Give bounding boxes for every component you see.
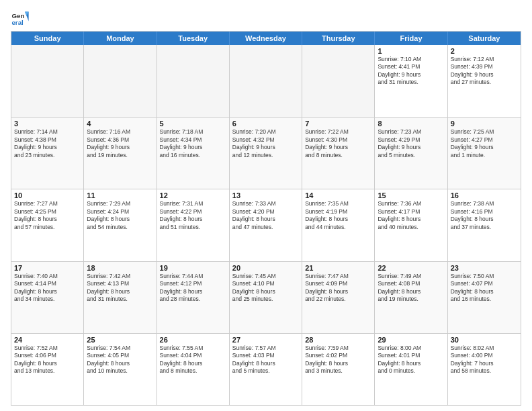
day-info: Sunrise: 7:36 AMSunset: 4:17 PMDaylight:… <box>378 200 444 231</box>
day-info: Sunrise: 7:35 AMSunset: 4:19 PMDaylight:… <box>305 200 371 231</box>
day-info: Sunrise: 7:31 AMSunset: 4:22 PMDaylight:… <box>160 200 226 231</box>
day-cell-30: 30Sunrise: 8:02 AMSunset: 4:00 PMDayligh… <box>448 334 521 405</box>
day-info: Sunrise: 7:50 AMSunset: 4:07 PMDaylight:… <box>451 273 518 304</box>
day-cell-3: 3Sunrise: 7:14 AMSunset: 4:38 PMDaylight… <box>11 118 84 189</box>
day-number: 5 <box>160 120 226 128</box>
day-cell-6: 6Sunrise: 7:20 AMSunset: 4:32 PMDaylight… <box>230 118 302 189</box>
day-number: 23 <box>451 264 518 272</box>
header-day-friday: Friday <box>375 32 447 45</box>
day-info: Sunrise: 7:52 AMSunset: 4:06 PMDaylight:… <box>14 345 81 375</box>
day-number: 17 <box>14 264 81 272</box>
day-info: Sunrise: 7:10 AMSunset: 4:41 PMDaylight:… <box>378 56 444 87</box>
day-number: 21 <box>305 264 371 272</box>
day-cell-25: 25Sunrise: 7:54 AMSunset: 4:05 PMDayligh… <box>84 334 157 405</box>
day-info: Sunrise: 8:00 AMSunset: 4:01 PMDaylight:… <box>378 345 444 375</box>
day-cell-26: 26Sunrise: 7:55 AMSunset: 4:04 PMDayligh… <box>157 334 230 405</box>
day-number: 24 <box>14 336 81 344</box>
day-number: 20 <box>232 264 299 272</box>
day-cell-7: 7Sunrise: 7:22 AMSunset: 4:30 PMDaylight… <box>302 118 375 189</box>
day-cell-11: 11Sunrise: 7:29 AMSunset: 4:24 PMDayligh… <box>84 189 157 261</box>
day-number: 18 <box>87 264 153 272</box>
day-info: Sunrise: 7:40 AMSunset: 4:14 PMDaylight:… <box>14 273 81 304</box>
day-info: Sunrise: 7:47 AMSunset: 4:09 PMDaylight:… <box>305 273 371 304</box>
day-number: 8 <box>378 120 444 128</box>
day-info: Sunrise: 8:02 AMSunset: 4:00 PMDaylight:… <box>451 345 518 375</box>
calendar-row-4: 17Sunrise: 7:40 AMSunset: 4:14 PMDayligh… <box>11 261 521 333</box>
day-cell-27: 27Sunrise: 7:57 AMSunset: 4:03 PMDayligh… <box>230 334 302 405</box>
day-cell-4: 4Sunrise: 7:16 AMSunset: 4:36 PMDaylight… <box>84 118 157 189</box>
calendar-row-5: 24Sunrise: 7:52 AMSunset: 4:06 PMDayligh… <box>11 333 521 405</box>
calendar-body: 1Sunrise: 7:10 AMSunset: 4:41 PMDaylight… <box>11 45 521 405</box>
day-number: 12 <box>160 191 226 199</box>
day-info: Sunrise: 7:18 AMSunset: 4:34 PMDaylight:… <box>160 128 226 159</box>
day-info: Sunrise: 7:12 AMSunset: 4:39 PMDaylight:… <box>451 56 518 87</box>
empty-cell <box>230 45 302 117</box>
page-header: Gen eral <box>11 8 521 27</box>
day-info: Sunrise: 7:45 AMSunset: 4:10 PMDaylight:… <box>232 273 299 304</box>
day-cell-8: 8Sunrise: 7:23 AMSunset: 4:29 PMDaylight… <box>375 118 447 189</box>
day-number: 6 <box>232 120 299 128</box>
day-number: 2 <box>451 47 518 55</box>
day-cell-23: 23Sunrise: 7:50 AMSunset: 4:07 PMDayligh… <box>448 262 521 333</box>
empty-cell <box>84 45 157 117</box>
calendar: SundayMondayTuesdayWednesdayThursdayFrid… <box>11 31 521 406</box>
day-info: Sunrise: 7:57 AMSunset: 4:03 PMDaylight:… <box>232 345 299 375</box>
day-cell-2: 2Sunrise: 7:12 AMSunset: 4:39 PMDaylight… <box>448 45 521 117</box>
day-number: 11 <box>87 191 153 199</box>
calendar-row-3: 10Sunrise: 7:27 AMSunset: 4:25 PMDayligh… <box>11 189 521 261</box>
day-number: 28 <box>305 336 371 344</box>
day-number: 30 <box>451 336 518 344</box>
day-number: 4 <box>87 120 153 128</box>
day-info: Sunrise: 7:25 AMSunset: 4:27 PMDaylight:… <box>451 128 518 159</box>
day-number: 27 <box>232 336 299 344</box>
day-info: Sunrise: 7:33 AMSunset: 4:20 PMDaylight:… <box>232 200 299 231</box>
header-day-wednesday: Wednesday <box>230 32 302 45</box>
day-info: Sunrise: 7:27 AMSunset: 4:25 PMDaylight:… <box>14 200 81 231</box>
day-number: 26 <box>160 336 226 344</box>
day-info: Sunrise: 7:20 AMSunset: 4:32 PMDaylight:… <box>232 128 299 159</box>
day-cell-5: 5Sunrise: 7:18 AMSunset: 4:34 PMDaylight… <box>157 118 230 189</box>
logo-icon: Gen eral <box>11 8 30 27</box>
header-day-sunday: Sunday <box>11 32 84 45</box>
day-number: 19 <box>160 264 226 272</box>
day-cell-12: 12Sunrise: 7:31 AMSunset: 4:22 PMDayligh… <box>157 189 230 261</box>
day-cell-22: 22Sunrise: 7:49 AMSunset: 4:08 PMDayligh… <box>375 262 447 333</box>
day-cell-19: 19Sunrise: 7:44 AMSunset: 4:12 PMDayligh… <box>157 262 230 333</box>
day-number: 25 <box>87 336 153 344</box>
day-number: 10 <box>14 191 81 199</box>
day-cell-29: 29Sunrise: 8:00 AMSunset: 4:01 PMDayligh… <box>375 334 447 405</box>
day-info: Sunrise: 7:14 AMSunset: 4:38 PMDaylight:… <box>14 128 81 159</box>
day-number: 1 <box>378 47 444 55</box>
day-number: 3 <box>14 120 81 128</box>
calendar-row-2: 3Sunrise: 7:14 AMSunset: 4:38 PMDaylight… <box>11 117 521 189</box>
day-number: 15 <box>378 191 444 199</box>
empty-cell <box>302 45 375 117</box>
day-cell-1: 1Sunrise: 7:10 AMSunset: 4:41 PMDaylight… <box>375 45 447 117</box>
day-cell-16: 16Sunrise: 7:38 AMSunset: 4:16 PMDayligh… <box>448 189 521 261</box>
day-cell-28: 28Sunrise: 7:59 AMSunset: 4:02 PMDayligh… <box>302 334 375 405</box>
day-number: 29 <box>378 336 444 344</box>
header-day-monday: Monday <box>84 32 157 45</box>
day-info: Sunrise: 7:29 AMSunset: 4:24 PMDaylight:… <box>87 200 153 231</box>
calendar-row-1: 1Sunrise: 7:10 AMSunset: 4:41 PMDaylight… <box>11 45 521 117</box>
header-day-tuesday: Tuesday <box>157 32 230 45</box>
empty-cell <box>157 45 230 117</box>
day-info: Sunrise: 7:54 AMSunset: 4:05 PMDaylight:… <box>87 345 153 375</box>
day-cell-17: 17Sunrise: 7:40 AMSunset: 4:14 PMDayligh… <box>11 262 84 333</box>
day-number: 16 <box>451 191 518 199</box>
day-cell-15: 15Sunrise: 7:36 AMSunset: 4:17 PMDayligh… <box>375 189 447 261</box>
empty-cell <box>11 45 84 117</box>
header-day-saturday: Saturday <box>448 32 521 45</box>
day-info: Sunrise: 7:55 AMSunset: 4:04 PMDaylight:… <box>160 345 226 375</box>
day-number: 7 <box>305 120 371 128</box>
day-info: Sunrise: 7:16 AMSunset: 4:36 PMDaylight:… <box>87 128 153 159</box>
day-number: 9 <box>451 120 518 128</box>
day-cell-21: 21Sunrise: 7:47 AMSunset: 4:09 PMDayligh… <box>302 262 375 333</box>
day-info: Sunrise: 7:44 AMSunset: 4:12 PMDaylight:… <box>160 273 226 304</box>
day-cell-9: 9Sunrise: 7:25 AMSunset: 4:27 PMDaylight… <box>448 118 521 189</box>
day-cell-14: 14Sunrise: 7:35 AMSunset: 4:19 PMDayligh… <box>302 189 375 261</box>
day-info: Sunrise: 7:38 AMSunset: 4:16 PMDaylight:… <box>451 200 518 231</box>
day-info: Sunrise: 7:23 AMSunset: 4:29 PMDaylight:… <box>378 128 444 159</box>
day-info: Sunrise: 7:49 AMSunset: 4:08 PMDaylight:… <box>378 273 444 304</box>
day-number: 13 <box>232 191 299 199</box>
